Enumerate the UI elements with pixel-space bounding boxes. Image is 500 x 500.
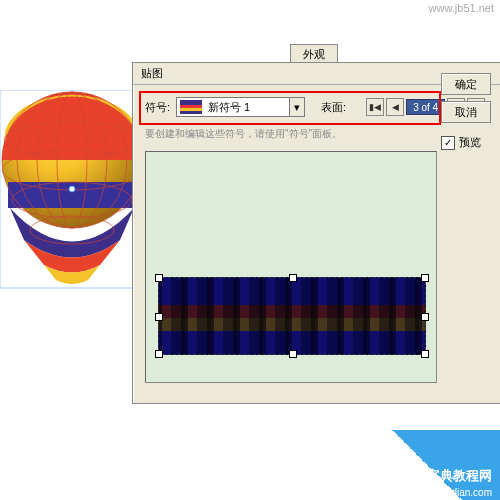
symbol-preview[interactable] (145, 151, 437, 383)
prev-page-button[interactable]: ◀ (386, 98, 404, 116)
watermark-title: 查字典教程网 (414, 468, 492, 484)
symbol-dropdown[interactable]: ▾ (176, 97, 305, 117)
preview-checkbox[interactable]: ✓ (441, 136, 455, 150)
symbol-label: 符号: (145, 100, 170, 115)
hint-text: 要创建和编辑这些符号，请使用"符号"面板。 (145, 127, 489, 141)
first-page-button[interactable]: ▮◀ (366, 98, 384, 116)
ok-button[interactable]: 确定 (441, 73, 491, 95)
surface-label: 表面: (321, 100, 346, 115)
symbol-name-input[interactable] (205, 99, 289, 115)
page-indicator: 3 of 4 (406, 99, 445, 115)
cancel-button[interactable]: 取消 (441, 101, 491, 123)
svg-point-11 (69, 186, 75, 192)
preview-label: 预览 (459, 135, 481, 150)
map-art-dialog: 贴图 符号: ▾ 表面: ▮◀ ◀ 3 of 4 ▶ ▶▮ 要创建和 (132, 62, 500, 404)
source-url: www.jb51.net (429, 2, 494, 14)
symbol-swatch-icon (180, 100, 202, 114)
watermark-url: jiaocheng.chazidian.com (382, 487, 492, 498)
balloon-3d-object[interactable] (0, 90, 145, 290)
mapped-symbol-art[interactable] (158, 277, 426, 355)
tab-appearance[interactable]: 外观 (290, 44, 338, 64)
watermark-banner: 查字典教程网 jiaocheng.chazidian.com (300, 430, 500, 500)
chevron-down-icon[interactable]: ▾ (289, 98, 304, 116)
tab-strip: 外观 (130, 44, 500, 64)
